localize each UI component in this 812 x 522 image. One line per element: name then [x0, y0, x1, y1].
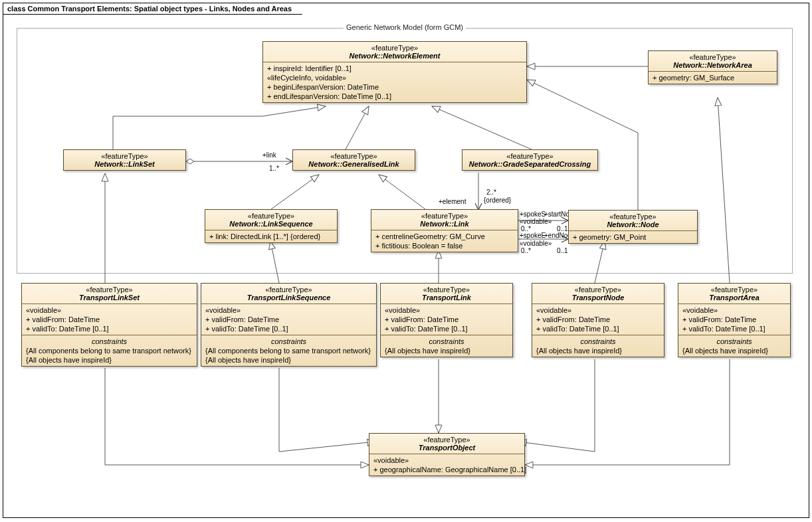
- constraints-head: constraints: [536, 337, 660, 346]
- class-TransportLinkSequence: «featureType» TransportLinkSequence «voi…: [201, 283, 377, 367]
- class-LinkSet: «featureType» Network::LinkSet: [63, 149, 186, 171]
- assoc-spokeE: +spokeE: [520, 232, 546, 239]
- name: Network::GeneralisedLink: [296, 160, 412, 168]
- constraints-head: constraints: [26, 337, 193, 346]
- stereo: «featureType»: [465, 152, 595, 160]
- attr-group: «lifeCycleInfo, voidable»: [267, 73, 522, 82]
- attr: + inspireId: Identifier [0..1]: [267, 64, 522, 73]
- attr: + endLifespanVersion: DateTime [0..1]: [267, 92, 522, 101]
- class-Link: «featureType» Network::Link + centreline…: [371, 209, 518, 252]
- attr: + validTo: DateTime [0..1]: [205, 324, 372, 333]
- name: TransportLinkSet: [25, 294, 194, 302]
- class-TransportLinkSet: «featureType» TransportLinkSet «voidable…: [21, 283, 197, 367]
- stereo: «featureType»: [66, 152, 183, 160]
- attr: + beginLifespanVersion: DateTime: [267, 82, 522, 92]
- class-NetworkArea: «featureType» Network::NetworkArea + geo…: [648, 50, 777, 84]
- name: TransportObject: [372, 444, 522, 452]
- class-GeneralisedLink: «featureType» Network::GeneralisedLink: [292, 149, 415, 171]
- class-NetworkElement: «featureType» Network::NetworkElement + …: [262, 41, 527, 103]
- assoc-m0s-2: 0..*: [521, 247, 531, 254]
- attr: + geometry: GM_Surface: [653, 73, 773, 82]
- uml-canvas: class Common Transport Elements: Spatial…: [0, 0, 812, 522]
- stereo: «featureType»: [535, 286, 661, 294]
- stereo: «featureType»: [266, 44, 524, 52]
- assoc-link-role: +link: [262, 151, 276, 159]
- assoc-element-mult: 2..*: [486, 189, 496, 196]
- name: Network::LinkSequence: [208, 220, 334, 228]
- assoc-voidable2: «voidable»: [520, 240, 552, 247]
- attr: + validFrom: DateTime: [536, 315, 660, 324]
- constraint: {All objects have inspireId}: [205, 355, 372, 365]
- name: TransportLink: [383, 294, 510, 302]
- name: Network::GradeSeparatedCrossing: [465, 160, 595, 168]
- attr: + validTo: DateTime [0..1]: [385, 324, 508, 333]
- assoc-element-ord: {ordered}: [484, 197, 511, 204]
- name: TransportNode: [535, 294, 661, 302]
- stereo: «featureType»: [25, 286, 194, 294]
- stereo: «featureType»: [374, 212, 515, 220]
- attr: + validFrom: DateTime: [385, 315, 508, 324]
- constraints-head: constraints: [385, 337, 508, 346]
- voidable-group: «voidable»: [373, 456, 520, 465]
- attr: + validFrom: DateTime: [205, 315, 372, 324]
- name: TransportLinkSequence: [204, 294, 373, 302]
- voidable-group: «voidable»: [26, 305, 193, 315]
- voidable-group: «voidable»: [385, 305, 508, 315]
- voidable-group: «voidable»: [682, 305, 786, 315]
- name: Network::Link: [374, 220, 515, 228]
- stereo: «featureType»: [296, 152, 412, 160]
- stereo: «featureType»: [208, 212, 334, 220]
- attr: + centrelineGeometry: GM_Curve: [375, 232, 514, 241]
- gcm-frame-label: Generic Network Model (form GCM): [344, 23, 466, 31]
- constraint: {All objects have inspireId}: [385, 346, 508, 355]
- attr: + validTo: DateTime [0..1]: [682, 324, 786, 333]
- name: Network::NetworkArea: [651, 61, 774, 69]
- attr: + geographicalName: GeographicalName [0.…: [373, 465, 520, 474]
- constraints-head: constraints: [682, 337, 786, 346]
- diagram-title: class Common Transport Elements: Spatial…: [3, 3, 312, 15]
- stereo: «featureType»: [681, 286, 787, 294]
- constraint: {All objects have inspireId}: [682, 346, 786, 355]
- assoc-element-role: +element: [439, 198, 466, 205]
- stereo: «featureType»: [372, 436, 522, 444]
- attr: + validFrom: DateTime: [26, 315, 193, 324]
- name: TransportArea: [681, 294, 787, 302]
- class-TransportArea: «featureType» TransportArea «voidable» +…: [678, 283, 791, 357]
- assoc-spokeS: +spokeS: [520, 211, 546, 218]
- attr: + validTo: DateTime [0..1]: [26, 324, 193, 333]
- class-LinkSequence: «featureType» Network::LinkSequence + li…: [205, 209, 338, 243]
- stereo: «featureType»: [651, 53, 774, 61]
- constraint: {All components belong to same transport…: [26, 346, 193, 355]
- voidable-group: «voidable»: [536, 305, 660, 315]
- class-TransportLink: «featureType» TransportLink «voidable» +…: [380, 283, 513, 357]
- name: Network::NetworkElement: [266, 52, 524, 60]
- attr: + fictitious: Boolean = false: [375, 241, 514, 250]
- constraint: {All components belong to same transport…: [205, 346, 372, 355]
- voidable-group: «voidable»: [205, 305, 372, 315]
- attr: + geometry: GM_Point: [573, 232, 693, 242]
- constraint: {All objects have inspireId}: [536, 346, 660, 355]
- assoc-voidable1: «voidable»: [520, 218, 552, 225]
- class-TransportNode: «featureType» TransportNode «voidable» +…: [532, 283, 664, 357]
- stereo: «featureType»: [383, 286, 510, 294]
- constraints-head: constraints: [205, 337, 372, 346]
- assoc-m01-2: 0..1: [557, 247, 568, 254]
- class-GradeSeparatedCrossing: «featureType» Network::GradeSeparatedCro…: [462, 149, 598, 171]
- stereo: «featureType»: [204, 286, 373, 294]
- attr: + validTo: DateTime [0..1]: [536, 324, 660, 333]
- attr: + validFrom: DateTime: [682, 315, 786, 324]
- constraint: {All objects have inspireId}: [26, 355, 193, 365]
- assoc-link-mult: 1..*: [269, 165, 279, 172]
- name: Network::Node: [571, 220, 694, 228]
- name: Network::LinkSet: [66, 160, 183, 168]
- stereo: «featureType»: [571, 213, 694, 220]
- attr: + link: DirectedLink [1..*] {ordered}: [209, 232, 333, 241]
- class-Node: «featureType» Network::Node + geometry: …: [568, 210, 698, 244]
- class-TransportObject: «featureType» TransportObject «voidable»…: [369, 433, 525, 476]
